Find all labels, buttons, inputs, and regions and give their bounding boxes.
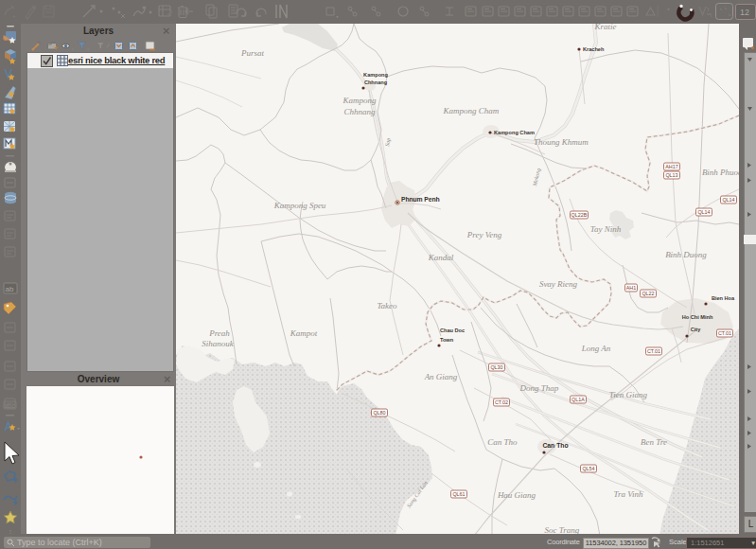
svg-text:Preah: Preah — [208, 328, 230, 338]
svg-text:Hau Giang: Hau Giang — [497, 490, 536, 500]
svg-text:Tra Vinh: Tra Vinh — [613, 489, 643, 499]
svg-text:Svay Rieng: Svay Rieng — [539, 279, 578, 289]
svg-text:Binh Duong: Binh Duong — [665, 250, 707, 259]
svg-text:12: 12 — [740, 8, 749, 17]
svg-text:CT.02: CT.02 — [495, 399, 508, 405]
svg-text:Chhnang: Chhnang — [364, 80, 388, 85]
svg-text:Can Tho: Can Tho — [487, 437, 518, 447]
svg-text:QL14: QL14 — [722, 197, 734, 203]
svg-text:Long An: Long An — [581, 344, 611, 353]
svg-text:Kracheh: Kracheh — [583, 46, 605, 52]
svg-text:Ho Chi Minh: Ho Chi Minh — [682, 314, 713, 320]
svg-text:Kandal: Kandal — [428, 253, 454, 262]
svg-text:QL22: QL22 — [642, 291, 654, 296]
svg-text:An Giang: An Giang — [424, 372, 458, 381]
svg-text:Tay Ninh: Tay Ninh — [590, 224, 622, 234]
svg-text:Bien Hoa: Bien Hoa — [712, 295, 735, 301]
svg-text:Takeo: Takeo — [377, 301, 397, 310]
svg-text:Chau Doc: Chau Doc — [440, 328, 465, 333]
svg-text:Dong Thap: Dong Thap — [519, 383, 559, 393]
svg-text:Prey Veng: Prey Veng — [466, 230, 502, 239]
svg-text:AH1: AH1 — [626, 285, 637, 291]
svg-text:Pursat: Pursat — [240, 48, 265, 58]
svg-text:Sihanouk: Sihanouk — [202, 339, 235, 348]
svg-text:QL30: QL30 — [490, 364, 502, 370]
svg-text:Kampong Cham: Kampong Cham — [443, 106, 500, 115]
svg-text:Thoung Khmum: Thoung Khmum — [534, 137, 589, 147]
svg-text:Kampot: Kampot — [290, 328, 318, 338]
svg-text:AH17: AH17 — [665, 164, 678, 169]
svg-text:Kampong Cham: Kampong Cham — [494, 130, 535, 135]
svg-text:QL13: QL13 — [665, 172, 677, 178]
svg-text:Kampong: Kampong — [363, 72, 388, 78]
svg-text:QL14: QL14 — [697, 209, 710, 215]
svg-text:QL1A: QL1A — [571, 397, 585, 402]
svg-text:CT.01: CT.01 — [718, 330, 731, 336]
svg-text:QL80: QL80 — [373, 410, 385, 416]
svg-text:CT.01: CT.01 — [647, 348, 660, 354]
svg-text:QL61: QL61 — [452, 491, 465, 497]
svg-text:Town: Town — [440, 337, 454, 343]
svg-text:Chhnang: Chhnang — [343, 107, 376, 116]
svg-text:Kampong Speu: Kampong Speu — [273, 201, 326, 210]
svg-text:Kampong: Kampong — [342, 96, 377, 105]
svg-text:Phnum Penh: Phnum Penh — [401, 196, 440, 203]
svg-text:Ben Tre: Ben Tre — [641, 437, 667, 447]
svg-text:Tien Giang: Tien Giang — [609, 390, 648, 399]
svg-text:QL54: QL54 — [582, 466, 594, 471]
svg-text:City: City — [691, 327, 701, 332]
svg-text:Kratie: Kratie — [593, 24, 616, 31]
svg-text:abc: abc — [5, 402, 15, 409]
svg-text:ab: ab — [6, 285, 14, 293]
svg-text:Can Tho: Can Tho — [542, 442, 568, 449]
svg-text:Binh Phuoc: Binh Phuoc — [702, 168, 739, 177]
svg-text:QL22B: QL22B — [571, 212, 588, 218]
